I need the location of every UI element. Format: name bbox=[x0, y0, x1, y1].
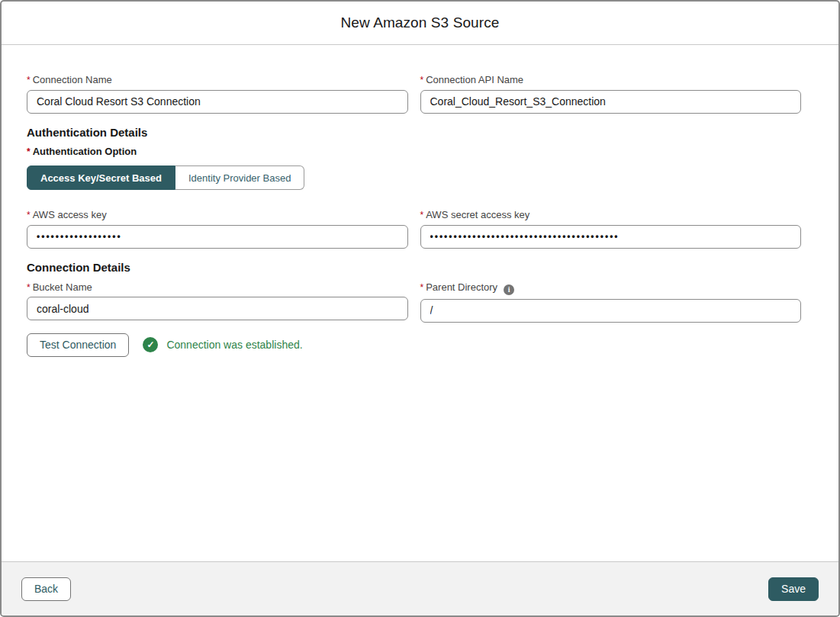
required-asterisk: * bbox=[27, 282, 31, 293]
connection-name-field-group: *Connection Name bbox=[27, 74, 408, 114]
aws-secret-access-key-input[interactable] bbox=[420, 225, 802, 249]
aws-access-key-field-group: *AWS access key bbox=[27, 209, 408, 249]
connection-api-name-field-group: *Connection API Name bbox=[420, 74, 802, 114]
authentication-details-heading: Authentication Details bbox=[27, 126, 801, 139]
required-asterisk: * bbox=[27, 210, 31, 220]
test-connection-button[interactable]: Test Connection bbox=[27, 333, 129, 357]
auth-option-identity-provider[interactable]: Identity Provider Based bbox=[175, 165, 304, 190]
connection-name-label: *Connection Name bbox=[27, 74, 408, 86]
parent-directory-input[interactable] bbox=[420, 299, 802, 323]
bucket-name-label: *Bucket Name bbox=[27, 281, 408, 294]
required-asterisk: * bbox=[420, 75, 424, 85]
aws-keys-row: *AWS access key *AWS secret access key bbox=[27, 209, 801, 249]
save-button[interactable]: Save bbox=[768, 577, 819, 601]
bucket-name-input[interactable] bbox=[27, 297, 408, 320]
aws-secret-access-key-field-group: *AWS secret access key bbox=[420, 209, 802, 249]
authentication-option-toggle: Access Key/Secret Based Identity Provide… bbox=[27, 165, 304, 190]
connection-details-heading: Connection Details bbox=[27, 261, 801, 274]
aws-access-key-input[interactable] bbox=[27, 225, 408, 249]
required-asterisk: * bbox=[27, 75, 31, 85]
parent-directory-field-group: *Parent Directoryi bbox=[420, 281, 802, 323]
bucket-name-field-group: *Bucket Name bbox=[27, 281, 408, 323]
parent-directory-label: *Parent Directoryi bbox=[420, 281, 802, 295]
modal-body: *Connection Name *Connection API Name Au… bbox=[2, 45, 838, 561]
connection-api-name-input[interactable] bbox=[420, 90, 802, 114]
name-fields-row: *Connection Name *Connection API Name bbox=[27, 74, 801, 114]
bucket-fields-row: *Bucket Name *Parent Directoryi bbox=[27, 281, 801, 323]
page-title: New Amazon S3 Source bbox=[341, 14, 500, 31]
auth-option-access-key-secret[interactable]: Access Key/Secret Based bbox=[27, 165, 175, 190]
info-icon[interactable]: i bbox=[504, 284, 514, 295]
back-button[interactable]: Back bbox=[21, 577, 71, 601]
connection-name-input[interactable] bbox=[27, 90, 408, 114]
new-s3-source-modal: New Amazon S3 Source *Connection Name *C… bbox=[0, 0, 840, 617]
aws-access-key-label: *AWS access key bbox=[27, 209, 408, 221]
aws-secret-access-key-label: *AWS secret access key bbox=[420, 209, 802, 221]
success-check-icon: ✓ bbox=[143, 337, 158, 352]
connection-api-name-label: *Connection API Name bbox=[420, 74, 802, 86]
required-asterisk: * bbox=[420, 282, 424, 293]
modal-footer: Back Save bbox=[2, 561, 838, 615]
required-asterisk: * bbox=[27, 146, 31, 157]
required-asterisk: * bbox=[420, 210, 424, 220]
modal-header: New Amazon S3 Source bbox=[2, 2, 838, 45]
authentication-option-label: *Authentication Option bbox=[27, 146, 801, 158]
test-connection-row: Test Connection ✓ Connection was establi… bbox=[27, 333, 801, 357]
connection-status-message: Connection was established. bbox=[166, 339, 302, 351]
